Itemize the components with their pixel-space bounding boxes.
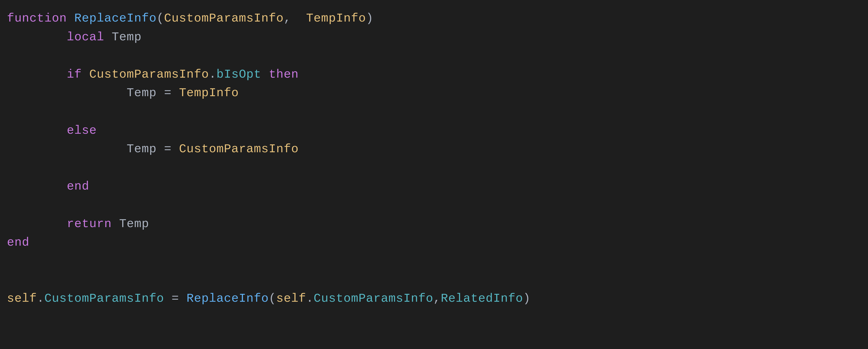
code-token: if	[67, 68, 82, 81]
code-token: .	[209, 68, 216, 81]
code-line-line7: else	[7, 121, 861, 140]
code-token: RelatedInfo	[441, 292, 523, 306]
code-line-line9	[7, 159, 861, 177]
code-line-line15	[7, 271, 861, 289]
code-token	[7, 217, 67, 231]
code-line-line2: local Temp	[7, 28, 861, 47]
code-token	[7, 180, 67, 193]
code-token	[7, 86, 127, 100]
code-token: then	[269, 68, 299, 81]
code-token: (	[269, 292, 276, 306]
code-token: =	[157, 142, 179, 156]
code-line-line3	[7, 46, 861, 65]
code-token	[7, 124, 67, 137]
code-token: self	[7, 292, 37, 306]
code-token: ReplaceInfo	[186, 292, 269, 306]
code-token: Temp	[127, 86, 157, 100]
code-token: (	[157, 11, 164, 25]
code-line-line5: Temp = TempInfo	[7, 84, 861, 103]
code-token: ,	[284, 11, 306, 25]
code-token	[7, 68, 67, 81]
code-line-line4: if CustomParamsInfo.bIsOpt then	[7, 65, 861, 84]
code-line-line11	[7, 196, 861, 215]
code-line-line14	[7, 252, 861, 271]
code-line-line1: function ReplaceInfo(CustomParamsInfo, T…	[7, 9, 861, 28]
code-editor-container: function ReplaceInfo(CustomParamsInfo, T…	[0, 0, 868, 349]
code-line-line6	[7, 103, 861, 121]
code-line-line16: self.CustomParamsInfo = ReplaceInfo(self…	[7, 289, 861, 308]
code-token: CustomParamsInfo	[44, 292, 164, 306]
code-token: TempInfo	[179, 86, 239, 100]
code-token: )	[366, 11, 373, 25]
code-token: Temp	[104, 30, 142, 44]
code-token: bIsOpt	[216, 68, 261, 81]
code-token: end	[67, 180, 89, 193]
code-token: CustomParamsInfo	[89, 68, 209, 81]
code-token: else	[67, 124, 97, 137]
code-token	[7, 142, 127, 156]
code-line-line8: Temp = CustomParamsInfo	[7, 140, 861, 159]
code-token	[261, 68, 269, 81]
code-token: ReplaceInfo	[74, 11, 157, 25]
code-token: end	[7, 236, 29, 249]
code-token: Temp	[112, 217, 149, 231]
code-block: function ReplaceInfo(CustomParamsInfo, T…	[7, 9, 861, 308]
code-token	[7, 30, 67, 44]
code-token: self	[276, 292, 306, 306]
code-token: ,	[433, 292, 441, 306]
code-token: =	[157, 86, 179, 100]
code-token: )	[523, 292, 530, 306]
code-token: =	[164, 292, 186, 306]
code-line-line13: end	[7, 233, 861, 252]
code-token: Temp	[127, 142, 157, 156]
code-token: local	[67, 30, 104, 44]
code-token	[67, 11, 74, 25]
code-line-line12: return Temp	[7, 215, 861, 234]
code-token: CustomParamsInfo	[164, 11, 284, 25]
code-token: function	[7, 11, 67, 25]
code-token	[82, 68, 89, 81]
code-line-line10: end	[7, 177, 861, 196]
code-token: CustomParamsInfo	[179, 142, 299, 156]
code-token: TempInfo	[306, 11, 366, 25]
code-token: CustomParamsInfo	[314, 292, 433, 306]
code-token: return	[67, 217, 112, 231]
code-token: .	[37, 292, 44, 306]
code-token: .	[306, 292, 314, 306]
